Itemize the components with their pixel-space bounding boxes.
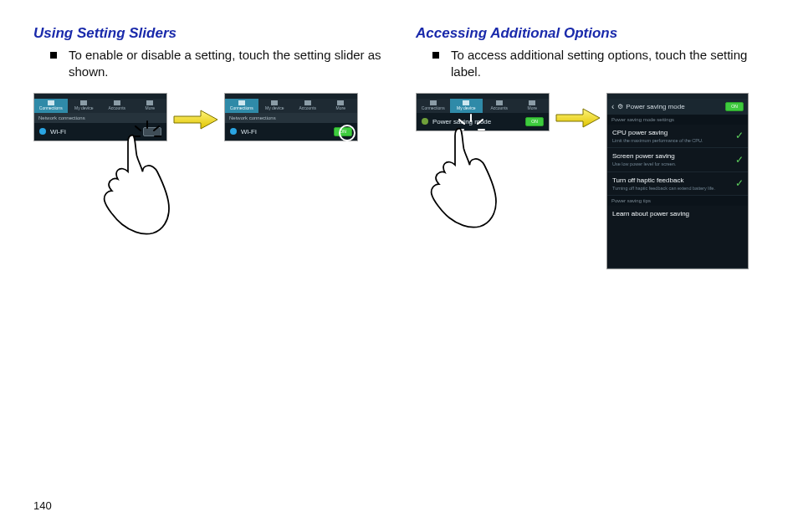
arrow-right-icon <box>555 106 601 130</box>
haptic-feedback-item[interactable]: Turn off haptic feedback Turning off hap… <box>607 172 748 197</box>
mini-screenshot-label-tap: Connections My device Accounts More Powe… <box>416 93 550 131</box>
screen-power-saving-item[interactable]: Screen power saving Use low power level … <box>607 148 748 172</box>
tab-label: More <box>146 105 155 110</box>
tab-label: My device <box>74 105 94 110</box>
more-icon <box>529 100 535 105</box>
toggle-on-label: ON <box>526 119 543 124</box>
tab-my-device[interactable]: My device <box>258 99 292 113</box>
device-icon <box>271 100 278 105</box>
page: Using Setting Sliders To enable or disab… <box>0 0 798 532</box>
wifi-icon <box>230 128 237 135</box>
heading-accessing-additional-options: Accessing Additional Options <box>416 25 765 42</box>
detail-master-toggle[interactable]: ON <box>725 102 744 111</box>
check-icon: ✓ <box>735 177 744 189</box>
tab-more[interactable]: More <box>516 99 550 113</box>
left-column: Using Setting Sliders To enable or disab… <box>33 25 382 269</box>
wifi-row[interactable]: Wi-Fi ON <box>225 123 357 141</box>
toggle-on-label: ON <box>726 104 743 109</box>
detail-section-header-2: Power saving tips <box>607 196 748 206</box>
connections-icon <box>430 100 437 105</box>
settings-tabs: Connections My device Accounts More <box>225 99 357 113</box>
more-icon <box>337 100 344 105</box>
power-saving-detail-screen: ‹ ⚙ Power saving mode ON Power saving mo… <box>606 93 749 270</box>
item-title: Learn about power saving <box>612 210 729 217</box>
mini-screenshot-before: Connections My device Accounts More Netw… <box>33 93 167 141</box>
settings-tabs: Connections My device Accounts More <box>34 99 166 113</box>
tab-accounts[interactable]: Accounts <box>291 99 325 113</box>
power-saving-toggle[interactable]: ON <box>525 117 544 126</box>
check-icon: ✓ <box>735 130 744 141</box>
cpu-power-saving-item[interactable]: CPU power saving Limit the maximum perfo… <box>607 125 748 149</box>
highlight-circle-icon <box>339 125 356 141</box>
tab-label: My device <box>265 105 284 110</box>
mini-screenshot-after: Connections My device Accounts More Netw… <box>224 93 358 141</box>
page-number: 140 <box>33 499 52 512</box>
figure-accessing-options: Connections My device Accounts More Powe… <box>416 93 765 270</box>
tab-more[interactable]: More <box>134 99 167 113</box>
tab-accounts[interactable]: Accounts <box>483 99 516 113</box>
phone-ui-after: Connections My device Accounts More Netw… <box>224 93 358 141</box>
back-icon[interactable]: ‹ <box>611 102 614 111</box>
tab-connections[interactable]: Connections <box>34 99 68 113</box>
detail-title: Power saving mode <box>626 103 684 110</box>
tab-label: Connections <box>422 105 445 110</box>
accounts-icon <box>304 100 311 105</box>
item-title: Screen power saving <box>612 152 729 160</box>
section-label: Network connections <box>34 113 166 123</box>
settings-tabs: Connections My device Accounts More <box>417 99 549 113</box>
learn-about-item[interactable]: Learn about power saving <box>607 206 748 269</box>
right-column: Accessing Additional Options To access a… <box>416 25 765 269</box>
more-icon <box>146 100 153 105</box>
tab-label: More <box>528 105 537 110</box>
tab-label: Accounts <box>299 105 316 110</box>
tab-my-device[interactable]: My device <box>450 99 483 113</box>
hand-pointer-icon <box>411 120 511 237</box>
item-desc: Turning off haptic feedback can extend b… <box>612 186 729 192</box>
wifi-label: Wi-Fi <box>241 128 334 136</box>
detail-header: ‹ ⚙ Power saving mode ON <box>607 99 748 115</box>
bullet-icon <box>50 52 57 59</box>
detail-section-header: Power saving mode settings <box>607 115 748 125</box>
tab-label: My device <box>457 105 476 110</box>
device-icon <box>80 100 87 105</box>
tab-connections[interactable]: Connections <box>417 99 450 113</box>
device-icon <box>463 100 469 105</box>
tab-my-device[interactable]: My device <box>68 99 101 113</box>
bullet-icon <box>432 52 439 59</box>
item-desc: Use low power level for screen. <box>612 161 729 167</box>
gear-icon: ⚙ <box>617 103 623 110</box>
figure-using-sliders: Connections My device Accounts More Netw… <box>33 93 382 141</box>
check-icon: ✓ <box>735 154 744 166</box>
bullet-text: To access additional setting options, to… <box>451 47 765 81</box>
section-label: Network connections <box>225 113 357 123</box>
tab-label: More <box>336 105 345 110</box>
bullet-item: To access additional setting options, to… <box>432 47 765 81</box>
wifi-icon <box>39 128 46 135</box>
bullet-text: To enable or disable a setting, touch th… <box>69 47 382 81</box>
bullet-item: To enable or disable a setting, touch th… <box>50 47 382 81</box>
tab-accounts[interactable]: Accounts <box>100 99 134 113</box>
wifi-toggle-on[interactable]: ON <box>334 127 352 136</box>
connections-icon <box>48 100 54 105</box>
item-desc: Limit the maximum performance of the CPU… <box>612 138 729 144</box>
accounts-icon <box>114 100 120 105</box>
hand-pointer-icon <box>84 126 184 243</box>
tab-label: Accounts <box>108 105 125 110</box>
item-title: CPU power saving <box>612 129 729 136</box>
tab-label: Connections <box>39 105 63 110</box>
tab-connections[interactable]: Connections <box>225 99 258 113</box>
tab-label: Accounts <box>490 105 508 110</box>
heading-using-setting-sliders: Using Setting Sliders <box>33 25 382 42</box>
two-column-layout: Using Setting Sliders To enable or disab… <box>33 25 765 269</box>
item-title: Turn off haptic feedback <box>612 176 729 184</box>
tab-label: Connections <box>230 105 253 110</box>
connections-icon <box>238 100 245 105</box>
accounts-icon <box>496 100 503 105</box>
tab-more[interactable]: More <box>325 99 358 113</box>
